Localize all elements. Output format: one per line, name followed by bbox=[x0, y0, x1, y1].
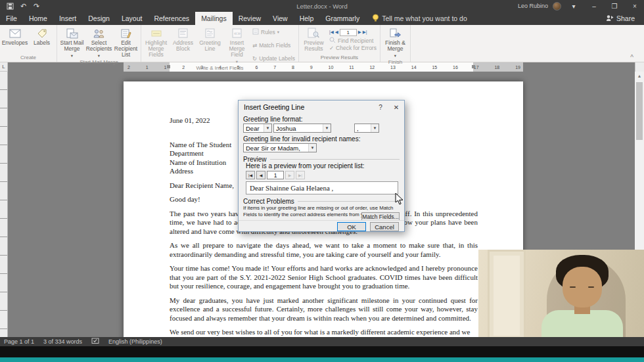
tab-review[interactable]: Review bbox=[233, 12, 267, 25]
mouse-cursor bbox=[395, 192, 404, 208]
find-recipient-button[interactable]: Find Recipient bbox=[329, 37, 377, 44]
finish-merge-button[interactable]: Finish & Merge ▾ bbox=[382, 26, 409, 58]
status-bar: Page 1 of 1 3 of 334 words English (Phil… bbox=[0, 337, 644, 346]
correct-problems-label: Correct Problems bbox=[243, 198, 298, 205]
tab-design[interactable]: Design bbox=[82, 12, 116, 25]
minimize-button[interactable]: – bbox=[586, 0, 602, 12]
start-mail-merge-label: Start Mail Merge bbox=[58, 40, 85, 52]
envelope-icon bbox=[9, 27, 21, 39]
chevron-down-icon[interactable]: ▼ bbox=[308, 144, 316, 152]
record-number-input[interactable]: 1 bbox=[340, 29, 357, 36]
chevron-down-icon[interactable]: ▼ bbox=[371, 124, 379, 132]
greeting-line-button[interactable]: Greeting Line bbox=[196, 26, 223, 64]
ruler-number: 19 bbox=[515, 65, 520, 70]
window-title: Letter.docx - Word bbox=[296, 3, 347, 10]
preview-results-icon bbox=[308, 27, 319, 39]
share-button[interactable]: Share bbox=[597, 12, 644, 25]
labels-label: Labels bbox=[34, 40, 50, 46]
collapse-ribbon-icon[interactable]: ^ bbox=[630, 54, 633, 61]
page-indicator[interactable]: Page 1 of 1 bbox=[4, 338, 34, 345]
invalid-names-value: Dear Sir or Madam, bbox=[244, 145, 308, 152]
redo-icon[interactable]: ↷ bbox=[32, 1, 41, 11]
labels-button[interactable]: Labels bbox=[28, 26, 55, 54]
next-record-icon[interactable]: ▶ bbox=[285, 171, 294, 179]
chevron-down-icon[interactable]: ▼ bbox=[264, 124, 271, 132]
webcam-overlay bbox=[478, 250, 644, 337]
select-recipients-button[interactable]: Select Recipients ▾ bbox=[85, 26, 112, 58]
dialog-close-icon[interactable]: ✕ bbox=[388, 101, 404, 114]
tab-references[interactable]: References bbox=[148, 12, 195, 25]
previous-record-icon[interactable]: ◀ bbox=[256, 171, 265, 179]
dialog-footer-divider bbox=[239, 220, 404, 221]
dialog-help-button[interactable]: ? bbox=[373, 101, 388, 114]
address-block-button[interactable]: Address Block bbox=[170, 26, 196, 64]
record-navigator: |◀ ◀ 1 ▶ ▶| bbox=[329, 28, 377, 36]
preview-results-button[interactable]: Preview Results bbox=[300, 26, 327, 54]
tell-me-box[interactable]: Tell me what you want to do bbox=[365, 12, 474, 25]
close-button[interactable]: × bbox=[627, 0, 643, 12]
person-shirt bbox=[541, 310, 623, 337]
punctuation-combobox[interactable]: , ▼ bbox=[354, 124, 379, 133]
tab-insert[interactable]: Insert bbox=[53, 12, 82, 25]
scroll-up-icon[interactable]: ▲ bbox=[635, 72, 644, 79]
ok-button[interactable]: OK bbox=[337, 222, 366, 231]
ruler-number: 16 bbox=[453, 65, 458, 70]
greeting-line-label: Greeting Line bbox=[196, 40, 223, 52]
indent-marker-right[interactable] bbox=[472, 65, 475, 68]
list-pencil-icon bbox=[121, 27, 131, 39]
titlebar-right: Leo Rubino ▾ – ❐ × bbox=[518, 0, 644, 12]
match-fields-button[interactable]: ⇄ Match Fields bbox=[252, 41, 295, 49]
envelopes-button[interactable]: Envelopes bbox=[1, 26, 28, 54]
record-number-input[interactable]: 1 bbox=[267, 171, 284, 179]
tab-view[interactable]: View bbox=[267, 12, 294, 25]
insert-merge-field-button[interactable]: «» Insert Merge Field ▾ bbox=[223, 26, 250, 64]
language-indicator[interactable]: English (Philippines) bbox=[108, 338, 162, 345]
start-mail-merge-button[interactable]: Start Mail Merge ▾ bbox=[58, 26, 85, 58]
salutation-combobox[interactable]: Dear ▼ bbox=[243, 124, 272, 133]
group-label-create: Create bbox=[1, 54, 55, 62]
tab-stop-selector[interactable]: L bbox=[0, 62, 8, 72]
last-record-icon[interactable]: ▶| bbox=[296, 171, 305, 179]
ruler-toggle-button[interactable] bbox=[635, 62, 644, 72]
tab-help[interactable]: Help bbox=[294, 12, 320, 25]
cancel-button[interactable]: Cancel bbox=[370, 222, 399, 231]
first-record-icon[interactable]: |◀ bbox=[329, 30, 334, 35]
merge-field-icon: «» bbox=[232, 27, 242, 39]
tab-grammarly[interactable]: Grammarly bbox=[319, 12, 365, 25]
greeting-format-label: Greeting line format: bbox=[243, 116, 400, 122]
rules-button[interactable]: Rules ▾ bbox=[252, 28, 295, 35]
tab-home[interactable]: Home bbox=[23, 12, 53, 25]
dropdown-arrow-icon: ▾ bbox=[98, 53, 100, 58]
check-for-errors-button[interactable]: ✓ Check for Errors bbox=[329, 44, 377, 51]
scrollbar-thumb[interactable] bbox=[636, 82, 643, 140]
group-label-write: Write & Insert Fields bbox=[143, 64, 297, 72]
save-icon[interactable] bbox=[6, 1, 14, 11]
tab-file[interactable]: File bbox=[0, 12, 23, 25]
group-label-finish: Finish bbox=[382, 58, 409, 66]
previous-record-icon[interactable]: ◀ bbox=[335, 30, 338, 35]
preview-group: Preview Here is a preview from your reci… bbox=[243, 159, 400, 194]
name-format-combobox[interactable]: Joshua ▼ bbox=[273, 124, 331, 133]
punctuation-value: , bbox=[355, 125, 371, 132]
highlight-merge-fields-button[interactable]: Highlight Merge Fields bbox=[143, 26, 170, 64]
ribbon-display-options-icon[interactable]: ▾ bbox=[566, 0, 582, 12]
magnifier-icon bbox=[329, 37, 336, 45]
tab-mailings[interactable]: Mailings bbox=[195, 12, 233, 25]
update-labels-button[interactable]: ↻ Update Labels bbox=[252, 55, 295, 62]
undo-icon[interactable]: ↶ bbox=[19, 1, 28, 11]
first-record-icon[interactable]: |◀ bbox=[246, 171, 255, 179]
select-recipients-label: Select Recipients bbox=[85, 40, 112, 52]
proofing-icon[interactable] bbox=[91, 338, 99, 346]
last-record-icon[interactable]: ▶| bbox=[363, 30, 367, 35]
restore-button[interactable]: ❐ bbox=[607, 0, 622, 12]
next-record-icon[interactable]: ▶ bbox=[358, 30, 361, 35]
find-recipient-label: Find Recipient bbox=[338, 37, 373, 44]
edit-recipient-list-button[interactable]: Edit Recipient List bbox=[112, 26, 139, 58]
word-count[interactable]: 3 of 334 words bbox=[43, 338, 82, 345]
invalid-names-combobox[interactable]: Dear Sir or Madam, ▼ bbox=[243, 143, 317, 152]
refresh-icon: ↻ bbox=[252, 55, 257, 62]
chevron-down-icon[interactable]: ▼ bbox=[323, 124, 331, 132]
group-write-insert-fields: Highlight Merge Fields Address Block Gre… bbox=[141, 25, 299, 62]
avatar[interactable] bbox=[553, 2, 561, 11]
tab-layout[interactable]: Layout bbox=[116, 12, 149, 25]
